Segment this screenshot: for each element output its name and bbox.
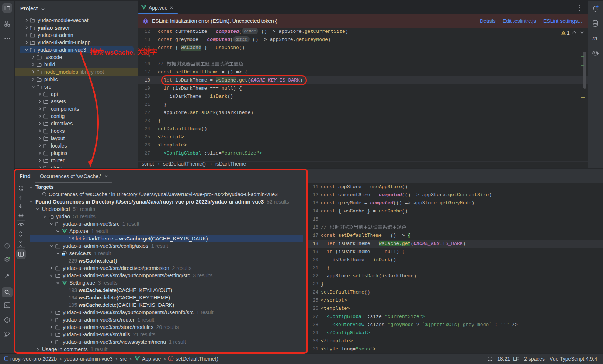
svg-text:f: f [170,357,172,361]
